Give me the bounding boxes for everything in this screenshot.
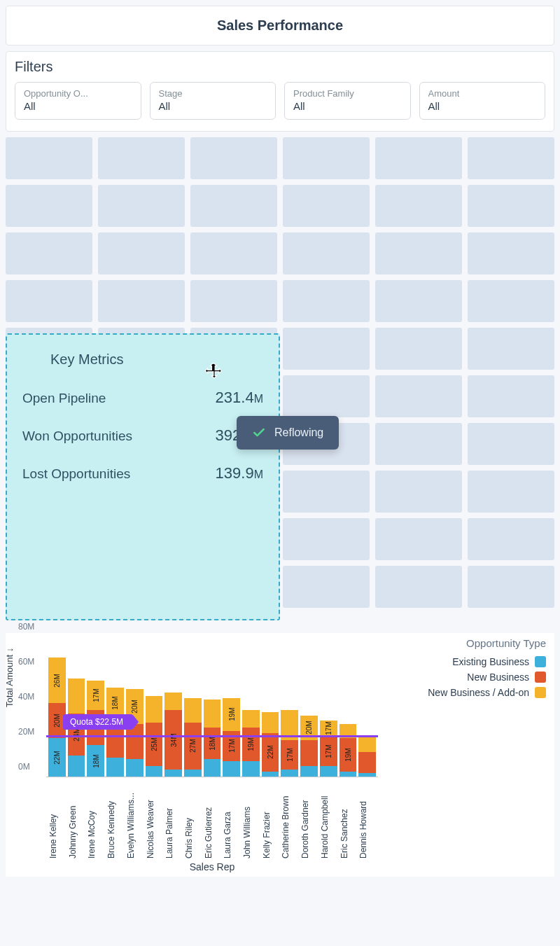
bar-segment	[68, 756, 85, 777]
x-tick: Evelyn Williams...	[126, 781, 144, 858]
bar-value-label: 20M	[131, 700, 139, 713]
dashboard-layout-grid[interactable]: Key Metrics Open Pipeline 231.4M Won Opp…	[6, 137, 554, 627]
filter-amount[interactable]: Amount All	[419, 82, 546, 120]
bar-segment	[300, 766, 318, 777]
bar-value-label: 17M	[286, 748, 293, 761]
layout-cell	[468, 232, 554, 274]
bar-value-label: 20M	[53, 714, 61, 727]
layout-cell	[375, 518, 462, 560]
bar-value-label: 19M	[344, 748, 351, 761]
legend-item[interactable]: New Business / Add-on	[385, 687, 546, 698]
bar-segment	[204, 700, 221, 728]
layout-cell	[190, 232, 277, 274]
filter-opportunity-owner[interactable]: Opportunity O... All	[15, 82, 141, 120]
chart-bar[interactable]: 18M	[204, 700, 221, 777]
legend-swatch	[535, 672, 546, 683]
bar-segment	[68, 679, 85, 714]
x-tick: Irene McCoy	[87, 781, 104, 858]
bar-segment	[164, 770, 182, 777]
key-metrics-widget[interactable]: Key Metrics Open Pipeline 231.4M Won Opp…	[6, 333, 280, 620]
chart-panel: Total Amount ↓ 26M20M22M24M17M18M18M20M2…	[6, 633, 554, 877]
move-icon	[204, 363, 224, 382]
bar-segment	[184, 770, 202, 777]
metric-lost-opportunities: Lost Opportunities 139.9M	[22, 464, 263, 482]
filter-stage[interactable]: Stage All	[150, 82, 276, 120]
layout-cell	[6, 137, 92, 179]
bar-segment	[320, 766, 337, 777]
chart-bar[interactable]: 17M	[281, 710, 298, 777]
bar-segment	[164, 693, 182, 710]
bar-value-label: 17M	[325, 722, 332, 735]
x-tick: John Williams	[242, 781, 260, 858]
bar-segment	[281, 770, 298, 777]
filter-product-family[interactable]: Product Family All	[284, 82, 411, 120]
bar-value-label: 17M	[325, 744, 332, 758]
bar-segment	[126, 759, 144, 777]
metric-open-pipeline: Open Pipeline 231.4M	[22, 389, 263, 407]
bar-value-label: 17M	[92, 688, 99, 702]
layout-cell	[375, 566, 462, 608]
y-tick: 60M	[18, 657, 34, 667]
layout-cell	[468, 328, 554, 370]
layout-cell	[468, 471, 554, 513]
layout-cell	[283, 518, 370, 560]
y-axis-label: Total Amount ↓	[4, 648, 15, 707]
chart-bar[interactable]: 22M	[262, 712, 279, 777]
chart-bar[interactable]: 19M17M	[223, 698, 240, 777]
x-tick: Doroth Gardner	[300, 781, 318, 858]
layout-cell	[98, 185, 185, 227]
filters-title: Filters	[15, 59, 545, 75]
bar-segment	[340, 772, 357, 777]
filters-panel: Filters Opportunity O... All Stage All P…	[6, 51, 554, 132]
bar-segment: 34M	[164, 710, 182, 770]
layout-cell	[98, 137, 185, 179]
bar-value-label: 26M	[53, 674, 61, 687]
x-tick: Irene Kelley	[48, 781, 66, 858]
bar-segment	[223, 761, 240, 777]
bar-segment: 17M	[87, 681, 104, 711]
bar-segment: 19M	[340, 738, 357, 772]
bar-value-label: 25M	[150, 737, 158, 751]
layout-cell	[375, 185, 462, 227]
chart-bar[interactable]	[358, 737, 376, 777]
bar-segment: 27M	[184, 723, 202, 770]
legend-swatch	[535, 687, 546, 698]
bar-value-label: 22M	[53, 751, 61, 764]
chart-bar[interactable]: 20M	[126, 689, 144, 777]
bar-value-label: 17M	[227, 739, 235, 753]
chart-bar[interactable]: 19M	[242, 710, 260, 777]
x-tick: Chris Riley	[184, 781, 202, 858]
metric-value: 139.9M	[216, 464, 263, 482]
filter-label: Product Family	[293, 88, 402, 99]
filter-value: All	[159, 100, 267, 112]
bar-segment	[300, 740, 318, 767]
chart-bar[interactable]: 27M	[184, 698, 202, 777]
bar-segment	[204, 759, 221, 777]
chart-bar[interactable]: 19M	[340, 724, 357, 777]
bar-value-label: 22M	[267, 745, 274, 758]
chart-bar[interactable]: 18M	[106, 688, 124, 777]
bar-segment	[358, 737, 376, 753]
chart-bar[interactable]: 17M17M	[320, 721, 337, 777]
x-tick: Catherine Brown	[281, 781, 298, 858]
chart-area[interactable]: Total Amount ↓ 26M20M22M24M17M18M18M20M2…	[10, 637, 378, 872]
chart-bar[interactable]: 20M	[300, 716, 318, 777]
x-tick: Eric Gutierrez	[204, 781, 221, 858]
layout-cell	[468, 423, 554, 465]
legend-item[interactable]: New Business	[385, 672, 546, 683]
bar-value-label: 19M	[227, 708, 235, 721]
filters-row: Opportunity O... All Stage All Product F…	[15, 82, 545, 120]
layout-cell	[375, 471, 462, 513]
legend-item[interactable]: Existing Business	[385, 656, 546, 667]
toast-text: Reflowing	[274, 426, 323, 439]
layout-cell	[468, 185, 554, 227]
y-tick: 80M	[18, 622, 34, 632]
layout-cell	[375, 137, 462, 179]
bar-segment: 22M	[48, 738, 66, 777]
layout-cell	[468, 280, 554, 322]
chart-plot: 26M20M22M24M17M18M18M20M25M34M27M18M19M1…	[46, 637, 378, 777]
layout-cell	[283, 328, 370, 370]
x-tick: Harold Campbell	[320, 781, 337, 858]
layout-cell	[98, 232, 185, 274]
page-title: Sales Performance	[6, 6, 554, 45]
